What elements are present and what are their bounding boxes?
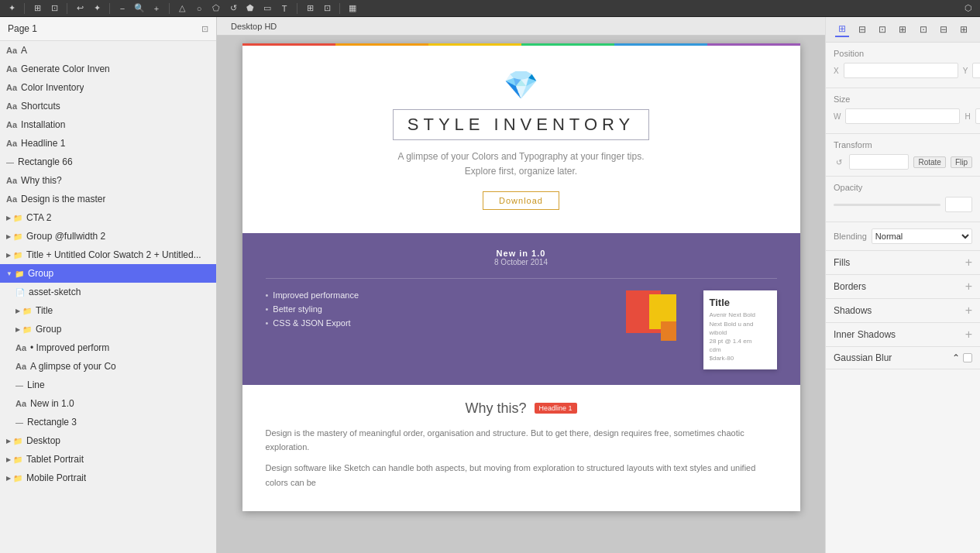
strip-purple xyxy=(707,43,800,46)
layer-item-l16[interactable]: ▶📁Group xyxy=(0,320,216,338)
gaussian-expand-icon[interactable]: ⌃ xyxy=(952,352,960,363)
folder-icon: 📁 xyxy=(13,455,22,464)
layer-item-l1[interactable]: AaA xyxy=(0,41,216,60)
arrange-icon[interactable]: ⊞ xyxy=(303,2,317,15)
rotate-button[interactable]: Rotate xyxy=(913,156,945,168)
zoom-icon: 🔍 xyxy=(132,2,146,15)
layer-item-l3[interactable]: AaColor Inventory xyxy=(0,78,216,97)
flip-button[interactable]: Flip xyxy=(951,156,972,168)
insert-rect-icon[interactable]: ▭ xyxy=(260,2,274,15)
layer-item-l6[interactable]: AaHeadline 1 xyxy=(0,134,216,153)
toolbar-btn-4[interactable]: ✦ xyxy=(90,2,104,15)
zoom-out-icon[interactable]: − xyxy=(115,2,129,15)
align-right-icon[interactable]: ⊡ xyxy=(875,22,889,36)
toolbar-sep-3 xyxy=(109,3,110,14)
page-title-button[interactable]: Page 1 xyxy=(8,23,37,34)
insert-shape-icon[interactable]: △ xyxy=(175,2,189,15)
typo-card-font: Avenir Next Bold xyxy=(710,311,771,319)
canvas-tab-bar: Desktop HD xyxy=(217,17,825,36)
distribute-h-icon[interactable]: ⊞ xyxy=(896,22,910,36)
typo-card-title: Title xyxy=(710,297,771,308)
height-input[interactable] xyxy=(975,108,980,124)
layers-toggle-icon[interactable]: ▦ xyxy=(346,2,359,15)
align-left-icon[interactable]: ⊞ xyxy=(835,22,849,37)
transform-label: Transform xyxy=(834,140,972,149)
layer-item-l22[interactable]: ▶📁Desktop xyxy=(0,431,216,450)
blending-select[interactable]: Normal Multiply Screen Overlay xyxy=(872,228,972,244)
opacity-slider[interactable] xyxy=(834,204,940,206)
layer-item-l7[interactable]: —Rectangle 66 xyxy=(0,153,216,171)
align-bottom-icon[interactable]: ⊞ xyxy=(957,22,971,36)
layer-label: Installation xyxy=(21,119,65,130)
layer-item-l2[interactable]: AaGenerate Color Inven xyxy=(0,60,216,78)
opacity-section: Opacity xyxy=(826,177,980,222)
layer-item-l12[interactable]: ▶📁Title + Untitled Color Swatch 2 + Unti… xyxy=(0,246,216,264)
toolbar-btn-2[interactable]: ⊡ xyxy=(47,2,61,15)
x-input[interactable] xyxy=(844,63,958,78)
text-icon: Aa xyxy=(6,176,17,185)
width-input[interactable] xyxy=(845,108,960,124)
share-icon[interactable]: ⬡ xyxy=(961,2,975,15)
inner-shadows-label: Inner Shadows xyxy=(834,329,896,340)
borders-add-icon[interactable]: + xyxy=(965,280,972,293)
inner-shadows-row[interactable]: Inner Shadows + xyxy=(826,323,980,347)
folder-icon: 📁 xyxy=(13,437,22,445)
layer-item-l23[interactable]: ▶📁Tablet Portrait xyxy=(0,450,216,469)
toolbar-btn-3[interactable]: ↩ xyxy=(73,2,87,15)
layer-item-l5[interactable]: AaInstallation xyxy=(0,115,216,134)
toolbar-btn-1[interactable]: ⊞ xyxy=(30,2,44,15)
layer-item-l18[interactable]: AaA glimpse of your Co xyxy=(0,357,216,376)
layer-item-l20[interactable]: AaNew in 1.0 xyxy=(0,394,216,413)
layer-item-l9[interactable]: AaDesign is the master xyxy=(0,190,216,208)
insert-oval-icon[interactable]: ○ xyxy=(192,2,206,15)
artboard-color-strips xyxy=(242,43,800,46)
purple-section: New in 1.0 8 October 2014 Improved perfo… xyxy=(242,233,800,384)
folder-triangle: ▼ xyxy=(6,270,12,277)
gaussian-blur-label: Gaussian Blur xyxy=(834,352,892,363)
folder-triangle: ▶ xyxy=(15,326,20,333)
distribute-v-icon[interactable]: ⊡ xyxy=(916,22,930,36)
height-label: H xyxy=(965,112,970,121)
fills-row[interactable]: Fills + xyxy=(826,251,980,275)
page-collapse-icon[interactable]: ⊡ xyxy=(201,24,208,34)
insert-star-icon[interactable]: ⬠ xyxy=(209,2,223,15)
toolbar-sep-5 xyxy=(297,3,297,14)
app-icon[interactable]: ✦ xyxy=(5,2,19,15)
feature-item-2: Better styling xyxy=(266,304,610,314)
fills-add-icon[interactable]: + xyxy=(965,256,972,269)
layer-item-l24[interactable]: ▶📁Mobile Portrait xyxy=(0,469,216,487)
layer-item-l13[interactable]: ▼📁Group xyxy=(0,264,216,283)
shadows-add-icon[interactable]: + xyxy=(965,304,972,317)
opacity-input[interactable] xyxy=(945,197,972,212)
layer-item-l21[interactable]: —Rectangle 3 xyxy=(0,413,216,431)
hero-download-button[interactable]: Download xyxy=(483,191,559,210)
rotate-input[interactable] xyxy=(849,154,909,170)
layer-item-l19[interactable]: —Line xyxy=(0,376,216,394)
layer-item-l10[interactable]: ▶📁CTA 2 xyxy=(0,208,216,227)
insert-arrow-icon[interactable]: ↺ xyxy=(226,2,240,15)
insert-text-icon[interactable]: T xyxy=(277,2,291,15)
text-icon: Aa xyxy=(15,343,26,352)
borders-row[interactable]: Borders + xyxy=(826,275,980,299)
gaussian-checkbox[interactable] xyxy=(963,353,972,362)
layer-item-l11[interactable]: ▶📁Group @fullwidth 2 xyxy=(0,227,216,246)
inner-shadows-add-icon[interactable]: + xyxy=(965,328,972,341)
distribute-icon[interactable]: ⊡ xyxy=(320,2,334,15)
zoom-in-icon[interactable]: + xyxy=(150,2,163,15)
insert-poly-icon[interactable]: ⬟ xyxy=(243,2,257,15)
layer-label: Rectangle 3 xyxy=(27,417,77,428)
y-input[interactable] xyxy=(972,63,980,78)
align-center-icon[interactable]: ⊟ xyxy=(855,22,869,36)
layer-item-l4[interactable]: AaShortcuts xyxy=(0,97,216,115)
layer-item-l17[interactable]: Aa• Improved perform xyxy=(0,338,216,357)
layer-item-l15[interactable]: ▶📁Title xyxy=(0,301,216,320)
layer-label: A glimpse of your Co xyxy=(30,361,116,372)
canvas-tab-desktop-hd[interactable]: Desktop HD xyxy=(225,19,283,33)
purple-content: Improved performance Better styling CSS … xyxy=(266,290,777,369)
canvas-area[interactable]: Desktop HD 💎 STYLE INVENTORY xyxy=(217,17,825,553)
layer-item-l14[interactable]: 📄asset-sketch xyxy=(0,283,216,301)
shadows-row[interactable]: Shadows + xyxy=(826,299,980,323)
position-x-row: X Y xyxy=(834,63,972,78)
align-top-icon[interactable]: ⊟ xyxy=(937,22,951,36)
layer-item-l8[interactable]: AaWhy this? xyxy=(0,171,216,190)
